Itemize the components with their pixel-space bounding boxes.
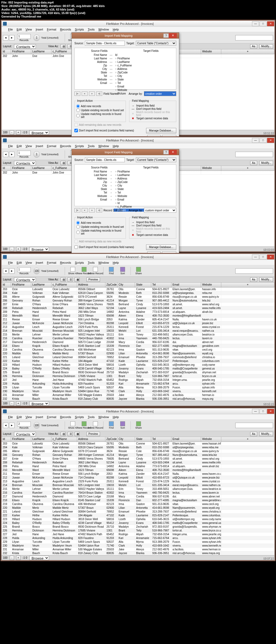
share-button[interactable]: Share — [133, 421, 144, 429]
map-row[interactable]: Last Name→᛬ LastName — [76, 173, 175, 177]
menu-tools[interactable]: Tools — [86, 415, 96, 419]
table-row[interactable]: 205AlleneGulgowskiAllene Gulgowski0378 O… — [2, 449, 274, 453]
col-FirstName[interactable]: FirstName — [11, 437, 31, 442]
table-row[interactable]: 207ErnieO'HaraErnie O'Hara84665 Verna Sh… — [2, 303, 274, 306]
add-new-radio[interactable] — [76, 221, 80, 225]
map-row[interactable]: Website→᛬ Website — [76, 194, 175, 198]
aa-button[interactable]: Aa — [250, 44, 257, 49]
layout-select[interactable]: Contacts — [14, 44, 36, 49]
menubar[interactable]: FileEditViewInsertFormatRecordsScriptsTo… — [2, 414, 274, 420]
layout-select[interactable]: Contacts — [14, 277, 36, 282]
table-row[interactable]: 211ReeseEmserReese Emser556 Lynch Bridge… — [2, 318, 274, 321]
col-City[interactable]: City — [118, 437, 135, 442]
menu-help[interactable]: Help — [111, 27, 121, 32]
col-Email[interactable]: Email — [171, 437, 201, 442]
search-input[interactable] — [235, 152, 273, 157]
record-number-input[interactable] — [17, 422, 31, 426]
table-row[interactable]: 203OcieLubowitzOcie Lubowitz85566 Dibber… — [2, 287, 274, 291]
map-row[interactable]: Tel—᛬ City — [76, 74, 175, 78]
maximize-button[interactable]: □ — [260, 21, 267, 26]
menu-insert[interactable]: Insert — [34, 144, 45, 148]
menu-scripts[interactable]: Scripts — [73, 144, 86, 148]
add-new-radio[interactable] — [76, 104, 80, 108]
next-record-button[interactable]: ► — [9, 152, 15, 157]
map-row[interactable]: Last Name—᛬ FirstName — [76, 57, 175, 60]
map-row[interactable]: ᛬ Email — [76, 85, 175, 88]
table-row[interactable]: 206GeovanyRohanGeovany Rohan399 Kreiger … — [2, 299, 274, 303]
col-Website[interactable]: Website — [201, 49, 221, 54]
menu-tools[interactable]: Tools — [86, 27, 96, 32]
col-Website[interactable]: Website — [201, 283, 221, 287]
menu-edit[interactable]: Edit — [15, 260, 24, 265]
next-record-button[interactable]: ► — [9, 268, 15, 274]
menu-insert[interactable]: Insert — [34, 27, 45, 32]
menu-tools[interactable]: Tools — [86, 260, 96, 265]
table-row[interactable]: 227JedHaneJed Hane47492 Waelchi Path6545… — [2, 533, 274, 536]
table-row[interactable]: 218EliseoKrajcikEliseo Krajcik8145 Stant… — [2, 499, 274, 502]
zoom-out-button[interactable]: - — [10, 401, 14, 406]
map-row[interactable]: Zip→᛬ ZipCode — [76, 180, 175, 184]
col-Tel[interactable]: Tel — [151, 283, 171, 287]
menu-edit[interactable]: Edit — [15, 144, 24, 148]
table-row[interactable]: 223HillardHudsonHillard Hudson3818 Deion… — [2, 517, 274, 521]
table-row[interactable]: 226HerminaDickinsonHermina Dickinson1768… — [2, 529, 274, 533]
zoom-in-button[interactable]: + — [16, 401, 20, 406]
menu-format[interactable]: Format — [45, 415, 58, 419]
map-row[interactable]: Email→᛬ Email — [76, 198, 175, 201]
dialog-close-button[interactable]: ✕ — [169, 150, 177, 155]
prev-button[interactable]: « — [82, 208, 88, 212]
update-matching-radio[interactable] — [76, 114, 80, 117]
col-Id[interactable]: Id — [2, 283, 11, 287]
minimize-button[interactable]: — — [252, 21, 259, 26]
target-select[interactable]: Current Table ("Contacts") — [136, 157, 176, 162]
menu-records[interactable]: Records — [58, 27, 73, 32]
show-all-button[interactable]: Show All — [67, 421, 78, 429]
preview-button[interactable]: Preview — [87, 432, 100, 436]
col-c_FullName[interactable]: c_FullName — [51, 283, 77, 287]
menu-edit[interactable]: Edit — [15, 415, 24, 419]
record-number-input[interactable] — [17, 151, 31, 155]
next-record-button[interactable]: ► — [9, 35, 15, 40]
manage-db-button[interactable]: Manage Database... — [146, 128, 176, 133]
menu-scripts[interactable]: Scripts — [73, 27, 86, 32]
map-row[interactable]: Address→᛬ Address — [76, 177, 175, 180]
col-FirstName[interactable]: FirstName — [11, 283, 31, 287]
mode-select[interactable]: Browse — [29, 130, 49, 135]
table-row[interactable]: 215MertieLehnerMertie Lehner56922 Haylee… — [2, 487, 274, 491]
table-row[interactable]: 206GeovanyRohanGeovany Rohan399 Kreiger … — [2, 453, 274, 457]
menu-help[interactable]: Help — [111, 260, 121, 265]
table-row[interactable]: 209PetraHandPetra Hand290 Mills Drive149… — [2, 310, 274, 314]
prev-record-button[interactable]: ◄ — [3, 152, 8, 157]
table-row[interactable]: 228HuldaAnkundingHulda Ankunding829 Faus… — [2, 382, 274, 386]
col-Email[interactable]: Email — [171, 283, 201, 287]
share-button[interactable]: Share — [133, 267, 144, 275]
col-FirstName[interactable]: FirstName — [11, 166, 31, 171]
view-list-button[interactable]: ☰ — [68, 277, 73, 282]
modify-button[interactable]: Modify... — [259, 44, 273, 49]
table-row[interactable]: 230MadelynnVeumMadelynn Veum53484 Upton … — [2, 389, 274, 393]
col-State[interactable]: State — [135, 283, 151, 287]
table-row[interactable]: 213AugustineLeschAugustine Lesch2329 Fun… — [2, 480, 274, 483]
find-button[interactable]: Find — [106, 267, 117, 275]
table-row[interactable]: 217DiamondHeidenreichDiamond50573 Cave L… — [2, 340, 274, 344]
table-row[interactable]: 210MeredithWardMeredith Ward1623 Tillman… — [2, 468, 274, 472]
view-form-button[interactable]: ▤ — [61, 432, 65, 436]
menu-window[interactable]: Window — [96, 27, 111, 32]
table-row[interactable]: 204KaleVolkmanKale Volkman62618 Clara Ca… — [2, 446, 274, 449]
table-row[interactable]: 208RebekahHeidenreichRebekah3662 Littel … — [2, 306, 274, 310]
modify-button[interactable]: Modify... — [259, 277, 273, 282]
col-LastName[interactable]: LastName — [31, 49, 51, 54]
minimize-button[interactable]: — — [252, 138, 259, 143]
last-button[interactable]: »| — [96, 91, 102, 96]
menu-help[interactable]: Help — [111, 415, 121, 419]
col-ZipCode[interactable]: ZipCode — [105, 283, 118, 287]
prev-record-button[interactable]: ◄ — [3, 423, 8, 428]
maximize-button[interactable]: □ — [260, 255, 267, 259]
table-row[interactable]: 229LilyanTurcotteLilyan Turcotte5469 Les… — [2, 386, 274, 389]
table-row[interactable]: 225BrandiBoscoBrandi Bosco8930 Dickinson… — [2, 525, 274, 529]
map-row[interactable]: City→᛬ City — [76, 184, 175, 187]
map-row[interactable]: Website—᛬ State — [76, 78, 175, 81]
mode-select[interactable]: Browse — [29, 401, 49, 406]
help-button[interactable]: ? — [163, 150, 169, 154]
prev-button[interactable]: « — [82, 91, 88, 96]
